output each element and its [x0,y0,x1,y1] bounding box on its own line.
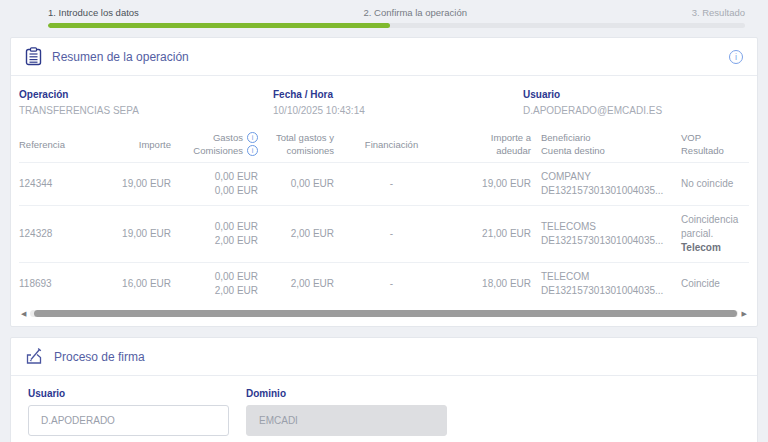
summary-info-icon[interactable] [729,50,743,64]
col-vop-label-l1: VOP [681,131,701,144]
col-beneficiario: Beneficiario Cuenta destino [531,131,681,157]
step-confirma-operacion: 2. Confirma la operación [364,7,468,18]
cell-importe: 19,00 EUR [99,177,171,191]
gastos-info-icon[interactable] [247,132,258,143]
fecha-label: Fecha / Hora [273,89,523,100]
page: 1. Introduce los datos 2. Confirma la op… [0,0,768,442]
cell-gastos: 0,00 EUR [171,170,258,184]
cell-referencia: 118693 [19,277,99,291]
summary-panel-header: Resumen de la operación [11,38,757,76]
dominio-input [246,405,447,436]
col-total-label-l2: comisiones [286,144,334,157]
summary-panel: Resumen de la operación Operación TRANSF… [10,37,758,327]
cell-vop: Coincide [681,277,749,291]
signature-form: Usuario Dominio [11,376,757,442]
cell-beneficiario-nombre: TELECOMS [541,220,681,234]
cell-comisiones: 2,00 EUR [171,234,258,248]
col-referencia-label: Referencia [19,138,65,151]
col-total-gastos: Total gastos y comisiones [258,131,334,157]
cell-beneficiario-nombre: COMPANY [541,170,681,184]
col-beneficiario-label-l2: Cuenta destino [541,144,605,157]
cell-beneficiario-nombre: TELECOM [541,270,681,284]
table-row: 118693 16,00 EUR 0,00 EUR 2,00 EUR 2,00 … [19,263,749,305]
cell-vop-resultado: Coincidencia parcial. [681,213,749,241]
scrollbar-thumb[interactable] [34,310,736,317]
col-comisiones-label: Comisiones [193,144,243,157]
col-gastos-comisiones: Gastos Comisiones [171,131,258,157]
usuario-field-group: Usuario [28,388,246,436]
cell-referencia: 124328 [19,227,99,241]
cell-importe: 16,00 EUR [99,277,171,291]
dominio-field-group: Dominio [246,388,741,436]
cell-adeudar: 21,00 EUR [449,227,531,241]
table-row: 124344 19,00 EUR 0,00 EUR 0,00 EUR 0,00 … [19,163,749,206]
cell-adeudar: 18,00 EUR [449,277,531,291]
meta-fecha: Fecha / Hora 10/10/2025 10:43:14 [273,89,523,116]
col-financiacion: Financiación [334,131,449,157]
signature-panel: Proceso de firma Usuario Dominio [10,337,758,442]
cell-beneficiario: TELECOMS DE132157301301004035... [531,220,681,248]
col-total-label-l1: Total gastos y [276,131,334,144]
wizard-stepper: 1. Introduce los datos 2. Confirma la op… [0,0,768,28]
col-financiacion-label: Financiación [365,138,418,151]
cell-financiacion: - [334,277,449,291]
step-resultado: 3. Resultado [692,7,745,18]
meta-operacion: Operación TRANSFERENCIAS SEPA [19,89,273,116]
signature-panel-title: Proceso de firma [54,350,145,364]
cell-beneficiario: COMPANY DE132157301301004035... [531,170,681,198]
col-importe: Importe [99,131,171,157]
cell-beneficiario: TELECOM DE132157301301004035... [531,270,681,298]
col-referencia: Referencia [19,131,99,157]
step-introduce-datos: 1. Introduce los datos [48,7,139,18]
cell-vop: No coincide [681,177,749,191]
cell-gastos-comisiones: 0,00 EUR 2,00 EUR [171,220,258,248]
operations-table: Referencia Importe Gastos Comisiones Tot… [11,125,757,305]
cell-gastos: 0,00 EUR [171,270,258,284]
col-gastos-label: Gastos [213,131,243,144]
meta-usuario: Usuario D.APODERADO@EMCADI.ES [523,89,749,116]
usuario-input[interactable] [28,405,229,436]
table-header-row: Referencia Importe Gastos Comisiones Tot… [19,125,749,163]
scrollbar-track[interactable] [30,310,737,317]
fecha-value: 10/10/2025 10:43:14 [273,105,523,116]
cell-total: 0,00 EUR [258,177,334,191]
col-beneficiario-label-l1: Beneficiario [541,131,591,144]
col-importe-label: Importe [139,138,171,151]
cell-importe: 19,00 EUR [99,227,171,241]
table-row: 124328 19,00 EUR 0,00 EUR 2,00 EUR 2,00 … [19,206,749,263]
col-adeudar-label-l1: Importe a [491,131,531,144]
cell-gastos-comisiones: 0,00 EUR 0,00 EUR [171,170,258,198]
cell-referencia: 124344 [19,177,99,191]
col-importe-adeudar: Importe a adeudar [449,131,531,157]
cell-cuenta-destino: DE132157301301004035... [541,184,681,198]
cell-vop-detalle: Telecom [681,241,749,255]
cell-total: 2,00 EUR [258,277,334,291]
dominio-field-label: Dominio [246,388,741,399]
cell-vop-resultado: No coincide [681,177,749,191]
cell-gastos-comisiones: 0,00 EUR 2,00 EUR [171,270,258,298]
summary-panel-title: Resumen de la operación [52,50,189,64]
col-adeudar-label-l2: adeudar [496,144,531,157]
operacion-value: TRANSFERENCIAS SEPA [19,105,273,116]
clipboard-icon [25,47,42,66]
cell-comisiones: 2,00 EUR [171,284,258,298]
signature-panel-header: Proceso de firma [11,338,757,376]
cell-vop-resultado: Coincide [681,277,749,291]
cell-adeudar: 19,00 EUR [449,177,531,191]
signature-icon [25,347,44,366]
cell-vop: Coincidencia parcial. Telecom [681,213,749,255]
cell-cuenta-destino: DE132157301301004035... [541,284,681,298]
comisiones-info-icon[interactable] [247,145,258,156]
col-vop: VOP Resultado [681,131,749,157]
cell-cuenta-destino: DE132157301301004035... [541,234,681,248]
cell-financiacion: - [334,177,449,191]
usuario-value: D.APODERADO@EMCADI.ES [523,105,749,116]
scroll-right-arrow[interactable]: ▶ [740,310,749,317]
cell-financiacion: - [334,227,449,241]
progress-fill [48,23,390,28]
scroll-left-arrow[interactable]: ◀ [19,310,28,317]
table-horizontal-scrollbar: ◀ ▶ [11,305,757,326]
progress-track [48,23,745,28]
cell-gastos: 0,00 EUR [171,220,258,234]
operation-meta: Operación TRANSFERENCIAS SEPA Fecha / Ho… [11,76,757,125]
